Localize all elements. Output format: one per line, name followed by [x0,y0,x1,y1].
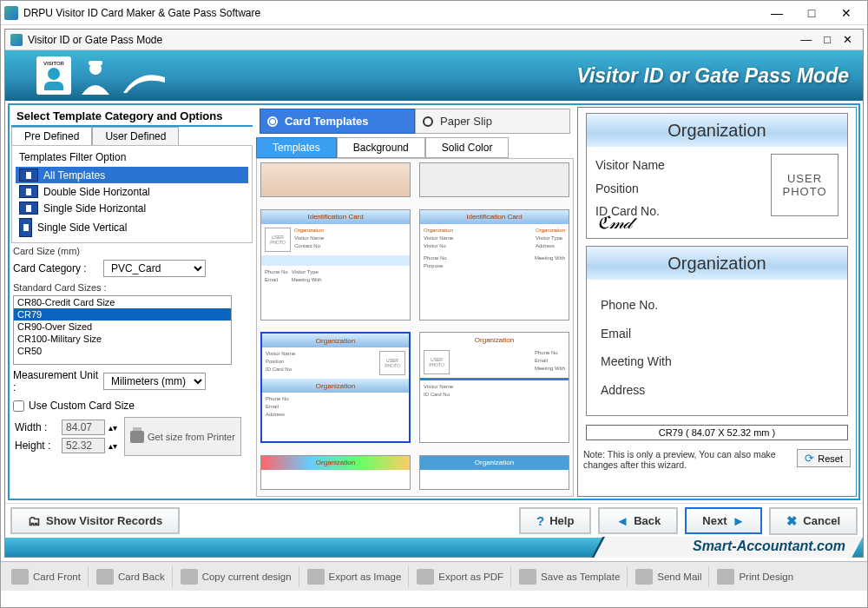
outer-window: DRPU Visitor ID Card Maker & Gate Pass S… [0,0,868,608]
card-category-label: Card Category : [13,262,100,274]
get-size-from-printer-button[interactable]: Get size from Printer [124,417,241,456]
next-icon: ► [733,513,746,528]
use-custom-label: Use Custom Card Size [29,400,135,412]
copy-icon [181,569,198,585]
sub-tab-background[interactable]: Background [337,137,425,158]
template-thumb[interactable]: Identification CardOrganizationVisitor N… [419,209,569,321]
signature-icon: ℭ𝓂𝒹 [597,212,632,233]
preview-user-photo: USER PHOTO [771,154,838,216]
minimize-icon[interactable]: — [760,1,794,25]
sub-tab-templates[interactable]: Templates [256,137,337,158]
cancel-icon: ✖ [786,513,798,529]
guard-icon [76,56,115,95]
toolbar-send-mail[interactable]: Send Mail [628,566,709,587]
right-panel: Organization Visitor Name Position ID Ca… [577,107,857,497]
preview-address: Address [601,379,833,402]
card-size-group-label: Card Size (mm) [13,246,251,256]
card-back-icon [96,569,114,585]
mode-paper-slip[interactable]: Paper Slip [415,109,570,134]
template-thumb[interactable] [260,162,411,197]
preview-phone: Phone No. [601,294,833,317]
template-thumb[interactable]: Organization [419,455,569,490]
toolbar-copy-design[interactable]: Copy current design [174,566,299,587]
standard-sizes-list[interactable]: CR80-Credit Card Size CR79 CR90-Over Siz… [13,295,232,365]
mid-panel: Card Templates Paper Slip Templates Back… [253,107,577,497]
toolbar-print-design[interactable]: Print Design [710,566,800,587]
preview-email: Email [601,322,833,346]
template-thumb[interactable]: OrganizationUSER PHOTOPhone NoEmailMeeti… [419,332,569,443]
maximize-icon[interactable]: □ [794,1,829,25]
app-icon [4,6,18,20]
show-visitor-records-button[interactable]: 🗂Show Visitor Records [10,507,180,534]
template-thumb[interactable] [419,162,569,197]
reset-icon: ⟳ [805,452,814,465]
export-pdf-icon [417,569,434,585]
filter-all-templates[interactable]: All Templates [16,167,248,183]
card-front-icon [11,569,29,585]
height-label: Height : [15,439,58,452]
toolbar-save-template[interactable]: Save as Template [512,566,628,587]
filter-double-side-horizontal[interactable]: Double Side Horizontal [16,183,248,200]
cancel-button[interactable]: ✖Cancel [769,507,858,535]
template-thumb[interactable]: Organization [260,455,411,490]
size-cr79[interactable]: CR79 [14,308,231,321]
reset-button[interactable]: ⟳Reset [797,449,851,467]
mode-card-templates[interactable]: Card Templates [260,109,415,134]
banner-title: Visitor ID or Gate Pass Mode [576,64,849,88]
tab-user-defined[interactable]: User Defined [92,127,179,145]
measurement-unit-label: Measurement Unit : [13,369,100,393]
width-input [62,420,105,435]
bottom-toolbar: Card Front Card Back Copy current design… [1,561,867,591]
next-button[interactable]: Next► [685,507,762,534]
print-icon [717,569,734,585]
back-icon: ◄ [615,513,628,528]
preview-area: Organization Visitor Name Position ID Ca… [582,111,852,492]
footer-brand: Smart-Accountant.com [5,538,863,557]
tab-pre-defined[interactable]: Pre Defined [11,127,92,145]
help-button[interactable]: ?Help [519,507,591,534]
sub-tab-solid-color[interactable]: Solid Color [425,137,510,158]
toolbar-export-pdf[interactable]: Export as PDF [410,566,511,587]
toolbar-export-image[interactable]: Export as Image [300,566,410,587]
size-cr50[interactable]: CR50 [14,345,231,357]
close-icon[interactable]: ✕ [829,1,864,25]
back-button[interactable]: ◄Back [598,507,678,534]
preview-meeting-with: Meeting With [601,350,833,373]
toolbar-card-back[interactable]: Card Back [89,566,173,587]
inner-titlebar: Visitor ID or Gate Pass Mode — □ ✕ [5,30,863,50]
brand-text: Smart-Accountant.com [693,539,845,554]
export-image-icon [307,569,325,585]
section-title: Select Template Category and Options [11,107,253,127]
inner-maximize-icon[interactable]: □ [824,33,831,46]
inner-minimize-icon[interactable]: — [800,33,812,46]
toolbar-card-front[interactable]: Card Front [4,566,89,587]
size-cr80[interactable]: CR80-Credit Card Size [14,296,231,308]
template-scroll[interactable]: Identification CardUSER PHOTOOrganizatio… [256,158,574,497]
preview-back-org: Organization [587,247,847,280]
inner-title: Visitor ID or Gate Pass Mode [28,34,162,46]
template-thumb[interactable]: Identification CardUSER PHOTOOrganizatio… [260,209,411,321]
preview-card-back: Organization Phone No. Email Meeting Wit… [586,246,848,416]
card-category-select[interactable]: PVC_Card [103,260,206,277]
filter-single-side-vertical[interactable]: Single Side Vertical [16,216,248,239]
category-tabs: Pre Defined User Defined [11,127,253,145]
height-input [62,438,105,453]
preview-note: Note: This is only a preview, You can al… [583,449,792,470]
records-icon: 🗂 [28,513,41,528]
wizard-buttons: 🗂Show Visitor Records ?Help ◄Back Next► … [5,503,863,538]
preview-size-label: CR79 ( 84.07 X 52.32 mm ) [586,425,848,440]
filter-title: Templates Filter Option [19,151,245,163]
preview-card-front: Organization Visitor Name Position ID Ca… [586,113,848,239]
filter-single-side-horizontal[interactable]: Single Side Horizontal [16,200,248,216]
radio-icon [423,116,433,127]
inner-close-icon[interactable]: ✕ [843,33,852,46]
swoosh-icon [123,69,165,95]
measurement-unit-select[interactable]: Milimeters (mm) [103,373,206,390]
help-icon: ? [536,513,544,528]
banner: VISITOR Visitor ID or Gate Pass Mode [5,50,863,101]
left-panel: Select Template Category and Options Pre… [11,107,253,497]
use-custom-checkbox[interactable] [13,400,24,412]
size-cr100[interactable]: CR100-Military Size [14,333,231,345]
size-cr90[interactable]: CR90-Over Sized [14,321,231,333]
template-thumb-selected[interactable]: OrganizationVisitor NamePositionID Card … [260,332,411,443]
